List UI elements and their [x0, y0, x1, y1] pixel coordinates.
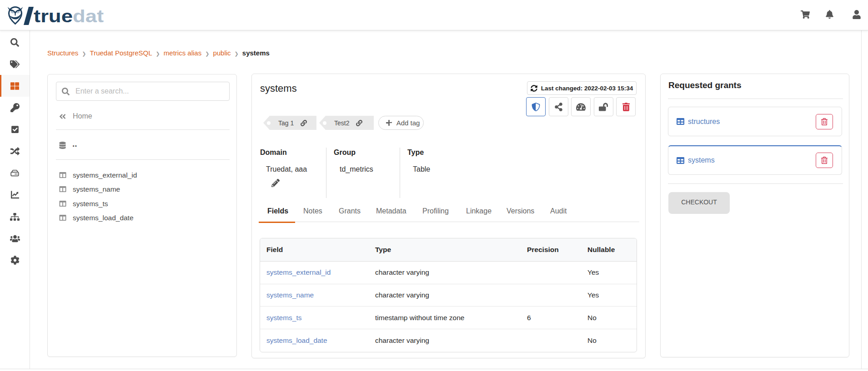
svg-text:true: true [34, 7, 73, 25]
svg-text:dat: dat [73, 7, 104, 25]
